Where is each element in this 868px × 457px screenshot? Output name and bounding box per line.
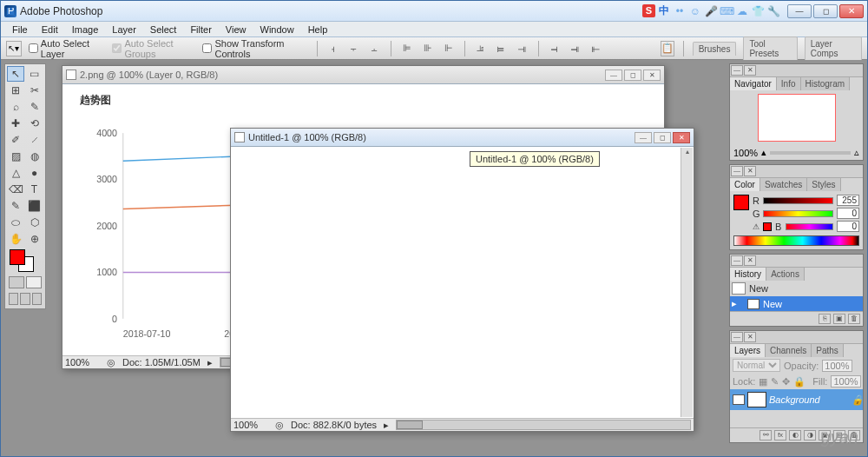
menu-filter[interactable]: Filter <box>184 23 217 36</box>
navigator-thumb[interactable] <box>758 94 836 142</box>
menu-layer[interactable]: Layer <box>106 23 142 36</box>
history-step[interactable]: ▸ New <box>730 296 863 311</box>
document-window-2[interactable]: Untitled-1 @ 100% (RGB/8) — ◻ ✕ Untitled… <box>230 128 694 432</box>
show-transform-checkbox[interactable]: Show Transform Controls <box>202 38 307 59</box>
maximize-button[interactable]: ◻ <box>813 4 838 18</box>
screenmode-3-icon[interactable] <box>32 293 42 305</box>
navigator-slider[interactable] <box>770 151 851 155</box>
doc2-titlebar[interactable]: Untitled-1 @ 100% (RGB/8) — ◻ ✕ <box>231 129 694 147</box>
magic-wand-tool[interactable]: ✂ <box>26 83 43 98</box>
opacity-value[interactable]: 100% <box>822 360 852 372</box>
layer-adjust-icon[interactable]: ◑ <box>804 430 816 440</box>
tray-shirt-icon[interactable]: 👕 <box>751 4 765 18</box>
align-icon-6[interactable]: ⊩ <box>442 41 456 56</box>
doc1-titlebar[interactable]: 2.png @ 100% (Layer 0, RGB/8) — ◻ ✕ <box>62 66 664 84</box>
minimize-button[interactable]: — <box>787 4 812 18</box>
optbar-tab-comps[interactable]: Layer Comps <box>805 36 862 60</box>
menu-edit[interactable]: Edit <box>36 23 64 36</box>
doc2-hscroll[interactable] <box>396 420 691 430</box>
foreground-swatch[interactable] <box>10 249 25 265</box>
menu-window[interactable]: Window <box>254 23 300 36</box>
hist-close[interactable]: ✕ <box>744 255 756 266</box>
tab-swatches[interactable]: Swatches <box>760 178 807 191</box>
close-button[interactable]: ✕ <box>839 4 864 18</box>
align-icon-4[interactable]: ⊫ <box>400 41 414 56</box>
dodge-tool[interactable]: ● <box>26 165 43 181</box>
hist-collapse[interactable]: — <box>731 255 743 266</box>
lasso-tool[interactable]: ⊞ <box>7 83 24 98</box>
marquee-tool[interactable]: ▭ <box>26 66 43 82</box>
distribute-icon-4[interactable]: ⫤ <box>548 41 562 56</box>
navigator-zoom[interactable]: 100% <box>733 148 758 158</box>
r-slider[interactable] <box>763 197 833 204</box>
tab-histogram[interactable]: Histogram <box>801 77 851 90</box>
align-icon-5[interactable]: ⊪ <box>421 41 435 56</box>
auto-select-layer-checkbox[interactable]: Auto Select Layer <box>29 38 106 59</box>
tab-channels[interactable]: Channels <box>766 344 812 357</box>
doc1-nav-icon[interactable]: ◎ <box>107 357 115 368</box>
doc1-close[interactable]: ✕ <box>643 70 661 81</box>
hist-newdoc-icon[interactable]: ⎘ <box>819 314 831 324</box>
doc2-vscroll[interactable]: ▴ <box>681 148 693 417</box>
distribute-icon-5[interactable]: ⫥ <box>569 41 582 56</box>
menu-view[interactable]: View <box>220 23 253 36</box>
tray-cloud-icon[interactable]: ☁ <box>735 4 749 18</box>
zoom-tool[interactable]: ⊕ <box>26 231 43 247</box>
doc2-minimize[interactable]: — <box>635 132 652 143</box>
align-icon-1[interactable]: ⫞ <box>326 41 340 56</box>
history-brush-tool[interactable]: ⟋ <box>26 132 43 148</box>
history-snapshot[interactable]: New <box>730 281 863 296</box>
doc1-minimize[interactable]: — <box>605 70 622 81</box>
crop-tool[interactable]: ⌕ <box>7 99 24 115</box>
r-value[interactable]: 255 <box>837 195 859 206</box>
tray-dots-icon[interactable]: •• <box>673 4 687 18</box>
doc2-maximize[interactable]: ◻ <box>654 132 671 143</box>
tray-mic-icon[interactable]: 🎤 <box>704 4 718 18</box>
doc1-zoom[interactable]: 100% <box>65 357 100 368</box>
brush-tool[interactable]: ⟲ <box>26 116 43 131</box>
hand-tool[interactable]: ✋ <box>7 231 24 247</box>
color-close[interactable]: ✕ <box>744 166 756 176</box>
type-tool[interactable]: T <box>26 182 43 197</box>
layer-name[interactable]: Background <box>769 394 820 405</box>
ime-lang[interactable]: 中 <box>657 4 671 18</box>
tab-color[interactable]: Color <box>730 178 760 191</box>
tab-info[interactable]: Info <box>777 77 801 90</box>
workspace-icon[interactable]: 📋 <box>661 41 674 56</box>
lock-all-icon[interactable]: 🔒 <box>793 376 806 387</box>
tab-actions[interactable]: Actions <box>766 268 805 281</box>
distribute-icon-2[interactable]: ⫢ <box>495 41 509 56</box>
doc2-docinfo-menu[interactable]: ▸ <box>384 420 389 431</box>
layer-visibility-icon[interactable]: 👁 <box>733 394 745 405</box>
menu-file[interactable]: File <box>6 23 34 36</box>
path-select-tool[interactable]: ⌫ <box>7 182 24 197</box>
healing-tool[interactable]: ✚ <box>7 116 24 131</box>
hist-trash-icon[interactable]: 🗑 <box>848 314 860 324</box>
tray-smiley-icon[interactable]: ☺ <box>688 4 702 18</box>
tab-styles[interactable]: Styles <box>807 178 840 191</box>
tray-keyboard-icon[interactable]: ⌨ <box>720 4 733 18</box>
lock-trans-icon[interactable]: ▦ <box>759 376 767 387</box>
optbar-tab-presets[interactable]: Tool Presets <box>743 36 797 60</box>
pen-tool[interactable]: ✎ <box>7 198 24 214</box>
optbar-tab-brushes[interactable]: Brushes <box>693 42 737 56</box>
distribute-icon-6[interactable]: ⫦ <box>589 41 603 56</box>
menu-select[interactable]: Select <box>144 23 183 36</box>
color-foreground-swatch[interactable] <box>733 195 749 210</box>
layer-mask-icon[interactable]: ◐ <box>789 430 801 440</box>
gradient-tool[interactable]: ◍ <box>26 149 43 164</box>
color-spectrum[interactable] <box>733 235 859 246</box>
standard-mode-icon[interactable] <box>9 276 24 288</box>
fill-value[interactable]: 100% <box>831 375 860 387</box>
tab-layers[interactable]: Layers <box>730 344 766 357</box>
tab-navigator[interactable]: Navigator <box>730 77 777 90</box>
g-slider[interactable] <box>763 210 833 217</box>
quickmask-mode-icon[interactable] <box>26 276 42 288</box>
screenmode-2-icon[interactable] <box>20 293 30 305</box>
menu-image[interactable]: Image <box>66 23 105 36</box>
nav-zoomin-icon[interactable]: ▵ <box>854 147 859 158</box>
layer-link-icon[interactable]: ⚯ <box>760 430 772 440</box>
doc2-nav-icon[interactable]: ◎ <box>275 420 284 431</box>
tray-wrench-icon[interactable]: 🔧 <box>766 4 780 18</box>
nav-zoomout-icon[interactable]: ▴ <box>761 147 766 158</box>
